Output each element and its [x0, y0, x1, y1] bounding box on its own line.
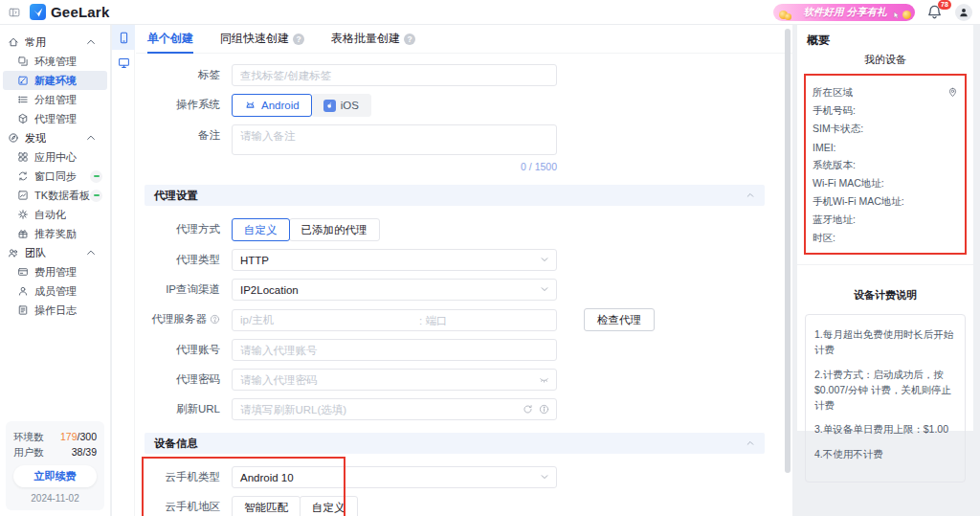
- sidebar-collapse-icon[interactable]: [8, 7, 21, 18]
- expiry-date: 2024-11-02: [13, 493, 97, 504]
- overview-panel: 概要 我的设备 所在区域 手机号码: SIM卡状态: IMEI: 系统版本: W…: [797, 25, 973, 431]
- geelark-logo-icon: [30, 4, 46, 20]
- sidebar-item-automation[interactable]: 自动化: [0, 205, 110, 224]
- phone-type-select[interactable]: Android 10: [232, 466, 557, 488]
- sidebar-item-env-manage[interactable]: 环境管理: [0, 52, 110, 71]
- region-smart-button[interactable]: 智能匹配: [232, 496, 301, 516]
- sidebar-item-reward[interactable]: 推荐奖励: [0, 224, 110, 243]
- group-manage-icon: [17, 94, 29, 105]
- eye-closed-icon[interactable]: [539, 374, 549, 385]
- sidebar-nav: 常用 环境管理 新建环境 分组管理 代理管理 发现 应用中心 窗口同步 TK数据…: [0, 25, 111, 516]
- chevron-down-icon: [540, 472, 549, 482]
- device-info-section: 设备信息: [145, 433, 765, 454]
- region-custom-button[interactable]: 自定义: [300, 496, 358, 516]
- divider: [797, 264, 973, 265]
- automation-icon: [17, 209, 29, 220]
- user-count-value: 38/39: [72, 444, 97, 460]
- proxy-mode-label: 代理方式: [136, 218, 232, 240]
- desktop-mode-tab[interactable]: [112, 50, 135, 75]
- sidebar-item-billing-manage[interactable]: 费用管理: [0, 262, 110, 281]
- check-proxy-button[interactable]: 检查代理: [584, 308, 655, 331]
- proxy-mode-added-button[interactable]: 已添加的代理: [289, 218, 380, 241]
- create-env-panel: 单个创建 同组快速创建 ? 表格批量创建 ? 标签 操作系统: [112, 25, 792, 516]
- os-ios-button[interactable]: iOS: [311, 94, 371, 117]
- bluetooth-field: 蓝牙地址:: [813, 213, 856, 227]
- sidebar-section-common[interactable]: 常用: [0, 33, 110, 52]
- sidebar-item-tk-dashboard[interactable]: TK数据看板: [0, 186, 110, 205]
- apple-icon: [323, 100, 336, 112]
- info-circle-icon[interactable]: [539, 404, 549, 415]
- logo-text: GeeLark: [51, 4, 109, 20]
- notification-badge: 78: [938, 0, 951, 10]
- window-sync-icon: [17, 170, 29, 182]
- new-env-icon: [17, 75, 29, 86]
- sidebar-section-team[interactable]: 团队: [0, 243, 110, 262]
- android-icon: [244, 100, 256, 112]
- create-tabs: 单个创建 同组快速创建 ? 表格批量创建 ?: [136, 25, 792, 54]
- sidebar-item-app-center[interactable]: 应用中心: [0, 147, 110, 167]
- proxy-host-input[interactable]: [232, 309, 557, 331]
- sidebar-item-new-env[interactable]: 新建环境: [3, 71, 107, 90]
- help-icon[interactable]: ?: [293, 34, 304, 45]
- chevron-up-icon[interactable]: [746, 438, 755, 448]
- proxy-type-select[interactable]: HTTP: [232, 249, 557, 271]
- timezone-field: 时区:: [813, 232, 835, 245]
- proxy-mode-custom-button[interactable]: 自定义: [232, 218, 290, 241]
- proxy-settings-section: 代理设置: [145, 185, 765, 206]
- sidebar-item-proxy-manage[interactable]: 代理管理: [0, 109, 110, 128]
- person-icon: [958, 7, 969, 18]
- location-pin-icon[interactable]: [947, 87, 958, 98]
- chevron-up-icon: [85, 36, 97, 48]
- promo-text: 软件好用 分享有礼: [804, 6, 887, 19]
- scrollbar-thumb[interactable]: [785, 29, 791, 473]
- phone-number-field: 手机号码:: [813, 104, 856, 118]
- user-avatar[interactable]: [955, 4, 972, 21]
- refresh-url-input[interactable]: [232, 398, 557, 420]
- sidebar-item-window-sync[interactable]: 窗口同步: [0, 167, 110, 186]
- os-android-button[interactable]: Android: [232, 94, 312, 117]
- app-logo[interactable]: GeeLark: [30, 4, 109, 20]
- notifications-button[interactable]: 78: [926, 4, 944, 21]
- sidebar-item-group-manage[interactable]: 分组管理: [0, 90, 110, 109]
- tab-single-create[interactable]: 单个创建: [147, 25, 193, 54]
- referral-promo-banner[interactable]: 软件好用 分享有礼: [773, 4, 915, 21]
- proxy-manage-icon: [17, 113, 29, 124]
- billing-line: 2.计费方式：启动成功后，按 $0.007/分钟 计费，关机则停止计费: [814, 367, 956, 414]
- chevron-up-icon[interactable]: [746, 191, 755, 200]
- proxy-password-input[interactable]: [232, 369, 557, 391]
- billing-line: 3.单设备单日费用上限：$1.00: [814, 421, 956, 437]
- ip-channel-select[interactable]: IP2Location: [232, 279, 557, 301]
- main-scrollbar[interactable]: [785, 29, 791, 507]
- tab-batch-table-create[interactable]: 表格批量创建 ?: [331, 25, 415, 54]
- os-label: 操作系统: [136, 94, 232, 116]
- tag-label: 标签: [136, 64, 232, 86]
- refresh-icon[interactable]: [523, 404, 533, 415]
- tab-group-quick-create[interactable]: 同组快速创建 ?: [220, 25, 304, 54]
- env-count-used: 179: [60, 431, 78, 442]
- env-manage-icon: [17, 56, 29, 67]
- sync-status-badge: [90, 170, 102, 183]
- device-section-title: 设备信息: [154, 437, 198, 451]
- sidebar-item-op-log[interactable]: 操作日志: [0, 301, 110, 320]
- log-icon: [17, 304, 29, 316]
- proxy-section-title: 代理设置: [154, 189, 198, 203]
- help-icon[interactable]: ?: [404, 34, 415, 45]
- proxy-type-label: 代理类型: [136, 249, 232, 271]
- question-circle-icon[interactable]: [210, 314, 220, 325]
- chevron-up-icon: [85, 247, 97, 258]
- renew-button[interactable]: 立即续费: [13, 465, 97, 487]
- remark-textarea[interactable]: [232, 124, 557, 155]
- monitor-icon: [118, 56, 130, 69]
- phone-type-label: 云手机类型: [136, 466, 232, 488]
- coin-icon: [785, 13, 791, 20]
- remark-label: 备注: [136, 124, 232, 146]
- phone-wifi-mac-field: 手机Wi-Fi MAC地址:: [813, 195, 904, 209]
- remark-counter: 0 / 1500: [232, 161, 557, 172]
- phone-mode-tab[interactable]: [112, 25, 135, 50]
- proxy-account-input[interactable]: [232, 339, 557, 361]
- chevron-down-icon: [540, 284, 549, 294]
- tag-input[interactable]: [232, 64, 557, 86]
- sidebar-item-member-manage[interactable]: 成员管理: [0, 281, 110, 301]
- cursor-icon: [893, 11, 902, 21]
- sidebar-section-discover[interactable]: 发现: [0, 128, 110, 147]
